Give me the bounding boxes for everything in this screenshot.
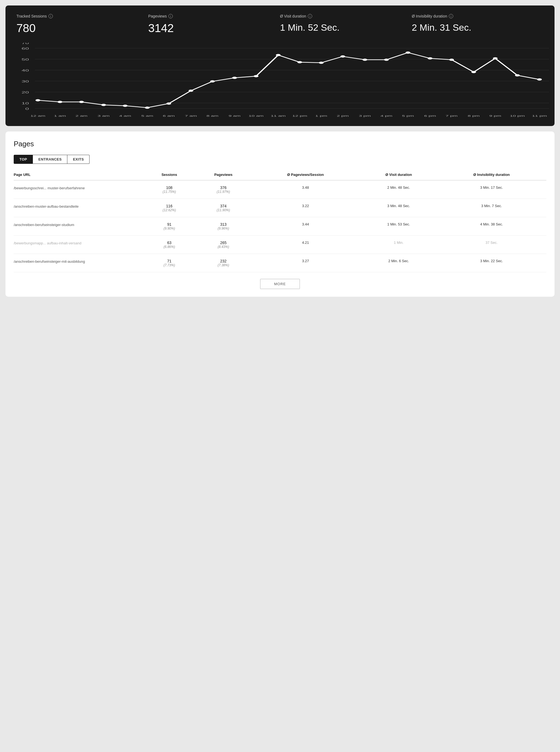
cell-invisibility-1: 3 Min. 7 Sec. — [440, 199, 546, 217]
tracked-sessions-value: 780 — [16, 22, 148, 35]
col-header-visit-dur: Ø Visit duration — [361, 171, 440, 180]
svg-point-33 — [428, 57, 433, 59]
pageviews-value: 3142 — [148, 22, 280, 35]
svg-text:70: 70 — [22, 43, 29, 45]
svg-text:30: 30 — [22, 80, 29, 83]
cell-pageviews-4: 232 (7.38%) — [196, 254, 254, 272]
table-row: /anschreiben-muster-aufbau-bestandteile … — [14, 199, 546, 217]
cell-pv-session-0: 3.48 — [254, 180, 361, 199]
svg-point-15 — [36, 99, 40, 101]
cell-visit-dur-0: 2 Min. 48 Sec. — [361, 180, 440, 199]
cell-pv-session-3: 4.21 — [254, 236, 361, 254]
metric-visit-duration: Ø Visit duration i 1 Min. 52 Sec. — [280, 14, 412, 35]
visit-duration-value: 1 Min. 52 Sec. — [280, 22, 412, 33]
metric-label-invisibility: Ø Invisibility duration i — [412, 14, 544, 19]
svg-point-26 — [276, 54, 280, 56]
cell-sessions-0: 108 (11.75%) — [146, 180, 196, 199]
svg-text:12 pm: 12 pm — [292, 115, 307, 117]
metric-invisibility-duration: Ø Invisibility duration i 2 Min. 31 Sec. — [412, 14, 544, 35]
svg-point-25 — [254, 75, 258, 77]
svg-text:5 pm: 5 pm — [402, 115, 414, 117]
cell-invisibility-3: 37 Sec. — [440, 236, 546, 254]
metric-label-visit-duration: Ø Visit duration i — [280, 14, 412, 19]
svg-text:10 am: 10 am — [249, 115, 264, 117]
tab-entrances[interactable]: ENTRANCES — [33, 155, 67, 164]
svg-text:8 pm: 8 pm — [468, 115, 480, 117]
col-header-invisibility: Ø Invisibility duration — [440, 171, 546, 180]
svg-point-18 — [101, 104, 106, 106]
svg-text:10: 10 — [22, 102, 29, 105]
svg-point-21 — [166, 102, 171, 105]
svg-point-31 — [384, 59, 388, 61]
svg-text:6 am: 6 am — [163, 115, 175, 117]
tracked-sessions-info-icon[interactable]: i — [48, 14, 53, 18]
invisibility-value: 2 Min. 31 Sec. — [412, 22, 544, 33]
metrics-row: Tracked Sessions i 780 Pageviews i 3142 … — [5, 5, 555, 40]
pageviews-info-icon[interactable]: i — [168, 14, 173, 18]
table-header-row: Page URL Sessions Pageviews Ø Pageviews/… — [14, 171, 546, 180]
svg-text:10 pm: 10 pm — [510, 115, 525, 117]
cell-invisibility-4: 3 Min. 22 Sec. — [440, 254, 546, 272]
cell-visit-dur-4: 2 Min. 6 Sec. — [361, 254, 440, 272]
svg-text:1 pm: 1 pm — [315, 115, 327, 117]
col-header-pageviews: Pageviews — [196, 171, 254, 180]
cell-sessions-3: 63 (6.86%) — [146, 236, 196, 254]
svg-text:5 am: 5 am — [141, 115, 153, 117]
svg-text:7 pm: 7 pm — [445, 115, 458, 117]
table-row: /bewerbungsschrei... muster-berufserfahr… — [14, 180, 546, 199]
col-header-sessions: Sessions — [146, 171, 196, 180]
cell-visit-dur-3: 1 Min. — [361, 236, 440, 254]
svg-point-28 — [319, 62, 323, 64]
cell-visit-dur-2: 1 Min. 53 Sec. — [361, 217, 440, 236]
more-button-container: MORE — [14, 272, 546, 291]
svg-point-34 — [449, 59, 454, 61]
metric-tracked-sessions: Tracked Sessions i 780 — [16, 14, 148, 35]
svg-point-19 — [123, 105, 127, 107]
chart-svg: 0 10 20 30 40 50 60 70 — [11, 43, 549, 119]
cell-pageviews-3: 265 (8.43%) — [196, 236, 254, 254]
svg-point-20 — [145, 106, 149, 109]
svg-text:8 am: 8 am — [206, 115, 219, 117]
tab-group: TOP ENTRANCES EXITS — [14, 155, 546, 164]
pages-title: Pages — [14, 140, 546, 148]
pageviews-label: Pageviews — [148, 14, 167, 19]
visit-duration-label: Ø Visit duration — [280, 14, 306, 19]
pages-card: Pages TOP ENTRANCES EXITS Page URL Sessi… — [5, 132, 555, 297]
cell-sessions-4: 71 (7.73%) — [146, 254, 196, 272]
svg-text:11 pm: 11 pm — [532, 115, 547, 117]
tracked-sessions-label: Tracked Sessions — [16, 14, 47, 19]
cell-url-2: /anschreiben-berufseinsteiger-studium — [14, 217, 146, 236]
svg-text:20: 20 — [22, 91, 29, 94]
cell-invisibility-0: 3 Min. 17 Sec. — [440, 180, 546, 199]
svg-text:2 am: 2 am — [76, 115, 88, 117]
svg-text:60: 60 — [22, 47, 29, 50]
svg-text:7 am: 7 am — [185, 115, 197, 117]
cell-pv-session-2: 3.44 — [254, 217, 361, 236]
svg-point-27 — [297, 61, 302, 63]
svg-point-35 — [471, 71, 476, 73]
svg-text:0: 0 — [25, 107, 29, 111]
svg-point-23 — [210, 80, 215, 82]
svg-point-22 — [188, 90, 193, 92]
tab-exits[interactable]: EXITS — [67, 155, 89, 164]
svg-point-24 — [232, 77, 237, 79]
metric-label-pageviews: Pageviews i — [148, 14, 280, 19]
cell-pageviews-0: 376 (11.97%) — [196, 180, 254, 199]
cell-sessions-2: 91 (9.90%) — [146, 217, 196, 236]
svg-text:50: 50 — [22, 58, 29, 61]
cell-invisibility-2: 4 Min. 38 Sec. — [440, 217, 546, 236]
table-row: /anschreiben-berufseinsteiger-studium 91… — [14, 217, 546, 236]
col-header-url: Page URL — [14, 171, 146, 180]
more-button[interactable]: MORE — [260, 279, 300, 289]
svg-text:3 pm: 3 pm — [359, 115, 371, 117]
svg-text:9 pm: 9 pm — [489, 115, 501, 117]
visit-duration-info-icon[interactable]: i — [308, 14, 312, 18]
svg-text:12 am: 12 am — [31, 115, 45, 117]
top-card: Tracked Sessions i 780 Pageviews i 3142 … — [5, 5, 555, 126]
svg-text:40: 40 — [22, 69, 29, 72]
tab-top[interactable]: TOP — [14, 155, 33, 164]
svg-point-32 — [405, 52, 410, 54]
cell-url-4: /anschreiben-berufseinsteiger-mit-ausbil… — [14, 254, 146, 272]
svg-text:1 am: 1 am — [54, 115, 66, 117]
invisibility-info-icon[interactable]: i — [449, 14, 453, 18]
